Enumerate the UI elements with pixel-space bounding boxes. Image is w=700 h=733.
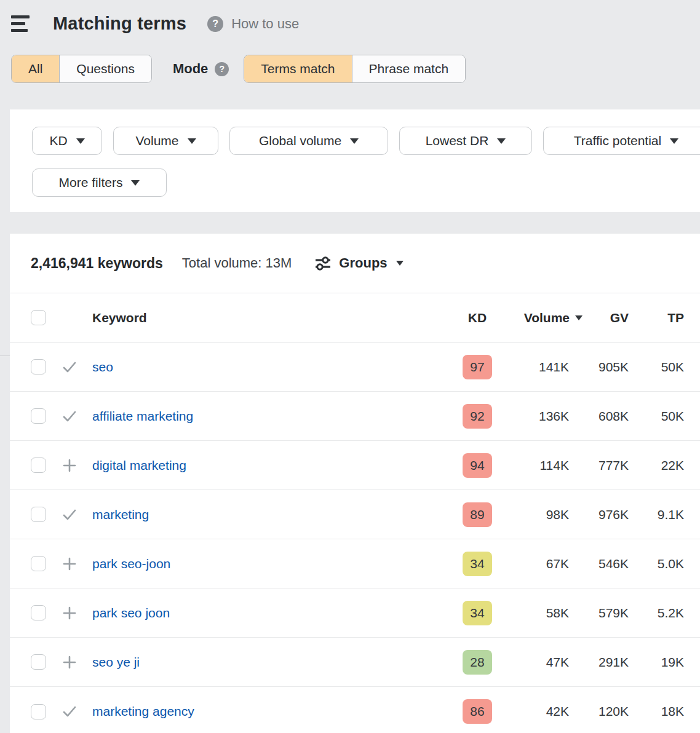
mode-question-circle-icon[interactable]: ? bbox=[215, 62, 229, 76]
results-card: 2,416,941 keywords Total volume: 13M Gro… bbox=[10, 234, 700, 733]
table-row: digital marketing94114K777K22K bbox=[10, 441, 700, 490]
filter-traffic-potential-button[interactable]: Traffic potential bbox=[543, 127, 700, 155]
table-row: park seo-joon3467K546K5.0K bbox=[10, 539, 700, 588]
filter-global-volume-button[interactable]: Global volume bbox=[229, 127, 388, 155]
added-check-icon[interactable] bbox=[62, 507, 78, 523]
add-plus-icon[interactable] bbox=[62, 556, 78, 572]
keyword-link[interactable]: park seo-joon bbox=[92, 557, 170, 571]
row-checkbox[interactable] bbox=[31, 458, 46, 473]
matching-terms-page: Matching terms ? How to use AllQuestions… bbox=[0, 0, 700, 733]
col-kd[interactable]: KD bbox=[463, 311, 492, 325]
add-plus-icon[interactable] bbox=[62, 605, 78, 621]
groups-button[interactable]: Groups bbox=[314, 255, 403, 272]
chevron-down-icon bbox=[131, 180, 140, 186]
row-checkbox[interactable] bbox=[31, 359, 46, 374]
col-volume[interactable]: Volume bbox=[492, 311, 569, 325]
filter-global-volume-label: Global volume bbox=[259, 133, 341, 148]
page-title: Matching terms bbox=[53, 14, 186, 34]
volume-cell: 141K bbox=[492, 360, 569, 374]
tp-cell: 5.0K bbox=[629, 557, 684, 571]
filter-more-filters-button[interactable]: More filters bbox=[32, 168, 167, 197]
added-check-icon[interactable] bbox=[62, 359, 78, 375]
kd-badge: 34 bbox=[463, 601, 492, 625]
table-body: seo97141K905K50Kaffiliate marketing92136… bbox=[10, 343, 700, 733]
groups-label: Groups bbox=[339, 255, 387, 271]
filter-volume-button[interactable]: Volume bbox=[113, 127, 218, 155]
row-checkbox[interactable] bbox=[31, 654, 46, 670]
kd-badge: 89 bbox=[463, 502, 492, 527]
chevron-down-icon bbox=[188, 138, 196, 144]
volume-cell: 42K bbox=[492, 704, 569, 719]
filter-lowest-dr-label: Lowest DR bbox=[426, 133, 489, 148]
keyword-link[interactable]: seo bbox=[92, 360, 113, 374]
tp-cell: 19K bbox=[629, 655, 684, 670]
mode-option-terms-match[interactable]: Terms match bbox=[244, 55, 352, 82]
row-checkbox[interactable] bbox=[31, 556, 46, 571]
gv-cell: 905K bbox=[569, 360, 629, 374]
row-checkbox[interactable] bbox=[31, 408, 46, 424]
table-row: marketing agency8642K120K18K bbox=[10, 687, 700, 733]
gv-cell: 546K bbox=[569, 557, 629, 571]
title-row: Matching terms ? How to use bbox=[11, 14, 700, 34]
keyword-link[interactable]: affiliate marketing bbox=[92, 409, 193, 423]
table-header-row: Keyword KD Volume GV TP bbox=[10, 293, 700, 343]
select-all-checkbox[interactable] bbox=[31, 310, 46, 325]
scope-segmented-control: AllQuestions bbox=[11, 55, 152, 83]
filter-kd-button[interactable]: KD bbox=[32, 127, 102, 155]
volume-cell: 114K bbox=[492, 458, 569, 473]
volume-cell: 136K bbox=[492, 409, 569, 424]
col-volume-label: Volume bbox=[524, 311, 570, 325]
table-row: marketing8998K976K9.1K bbox=[10, 490, 700, 539]
filter-traffic-potential-label: Traffic potential bbox=[574, 133, 661, 148]
chevron-down-icon bbox=[350, 138, 359, 144]
row-checkbox[interactable] bbox=[31, 704, 46, 719]
table-row: seo97141K905K50K bbox=[10, 343, 700, 392]
add-plus-icon[interactable] bbox=[62, 458, 78, 473]
keyword-link[interactable]: marketing bbox=[92, 507, 149, 521]
filter-more-filters-label: More filters bbox=[59, 175, 123, 190]
left-gutter-divider bbox=[0, 355, 10, 356]
table-row: affiliate marketing92136K608K50K bbox=[10, 392, 700, 441]
keyword-link[interactable]: seo ye ji bbox=[92, 655, 140, 669]
mode-segmented-control: Terms matchPhrase match bbox=[244, 55, 466, 83]
mode-label-wrap: Mode ? bbox=[173, 61, 229, 77]
tp-cell: 9.1K bbox=[629, 507, 684, 522]
keyword-link[interactable]: marketing agency bbox=[92, 704, 194, 718]
filter-volume-label: Volume bbox=[135, 133, 178, 148]
col-gv[interactable]: GV bbox=[569, 311, 629, 325]
kd-badge: 86 bbox=[463, 699, 492, 724]
question-circle-icon: ? bbox=[207, 16, 223, 32]
added-check-icon[interactable] bbox=[62, 408, 78, 424]
gv-cell: 291K bbox=[569, 655, 629, 670]
menu-icon[interactable] bbox=[11, 15, 31, 32]
add-plus-icon[interactable] bbox=[62, 654, 78, 670]
scope-option-all[interactable]: All bbox=[12, 55, 60, 82]
gv-cell: 976K bbox=[569, 507, 629, 522]
mode-label: Mode bbox=[173, 61, 208, 77]
tp-cell: 22K bbox=[629, 458, 684, 473]
how-to-use-link[interactable]: ? How to use bbox=[207, 16, 299, 32]
how-to-use-label: How to use bbox=[231, 16, 299, 32]
keywords-count: 2,416,941 keywords bbox=[31, 255, 163, 272]
table-row: seo ye ji2847K291K19K bbox=[10, 638, 700, 687]
filter-kd-label: KD bbox=[49, 133, 67, 148]
chevron-down-icon bbox=[497, 138, 506, 144]
mode-option-phrase-match[interactable]: Phrase match bbox=[352, 55, 466, 82]
keyword-link[interactable]: park seo joon bbox=[92, 606, 170, 620]
col-tp[interactable]: TP bbox=[629, 311, 684, 325]
keyword-link[interactable]: digital marketing bbox=[92, 458, 186, 472]
added-check-icon[interactable] bbox=[62, 703, 78, 719]
kd-badge: 28 bbox=[463, 650, 492, 675]
col-keyword[interactable]: Keyword bbox=[92, 311, 463, 325]
kd-badge: 34 bbox=[463, 552, 492, 576]
tp-cell: 50K bbox=[629, 360, 684, 374]
volume-cell: 47K bbox=[492, 655, 569, 670]
gv-cell: 777K bbox=[569, 458, 629, 473]
volume-cell: 67K bbox=[492, 557, 569, 571]
gv-cell: 120K bbox=[569, 704, 629, 719]
filter-lowest-dr-button[interactable]: Lowest DR bbox=[399, 127, 532, 155]
sliders-icon bbox=[314, 255, 332, 272]
row-checkbox[interactable] bbox=[31, 507, 46, 522]
row-checkbox[interactable] bbox=[31, 605, 46, 620]
scope-option-questions[interactable]: Questions bbox=[60, 55, 151, 82]
